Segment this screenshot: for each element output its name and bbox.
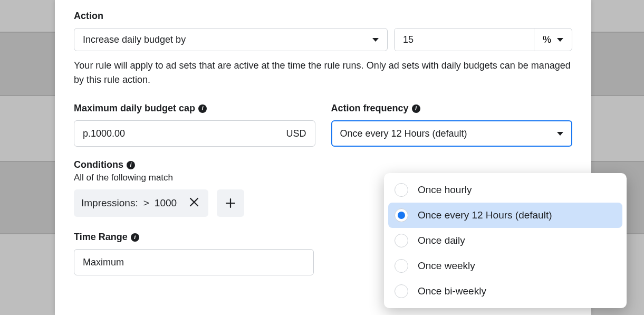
action-unit-select[interactable]: %: [534, 28, 572, 51]
info-icon[interactable]: i: [412, 104, 420, 113]
radio-icon: [395, 284, 408, 298]
budget-frequency-row: Maximum daily budget cap i USD Action fr…: [74, 103, 572, 147]
time-range-value: Maximum: [83, 257, 124, 268]
add-condition-button[interactable]: [217, 189, 244, 217]
frequency-option-label: Once weekly: [418, 260, 475, 272]
budget-cap-label-text: Maximum daily budget cap: [74, 103, 195, 114]
action-select[interactable]: Increase daily budget by: [74, 28, 388, 51]
frequency-option-label: Once bi-weekly: [418, 285, 486, 297]
info-icon[interactable]: i: [127, 161, 135, 169]
frequency-option-label: Once daily: [418, 235, 465, 246]
action-label: Action: [74, 11, 572, 22]
action-row: Increase daily budget by %: [74, 28, 572, 51]
radio-icon: [395, 259, 408, 273]
frequency-option-label: Once hourly: [418, 184, 472, 196]
time-range-label-text: Time Range: [74, 232, 128, 243]
action-frequency-value: Once every 12 Hours (default): [340, 128, 467, 139]
budget-cap-col: Maximum daily budget cap i USD: [74, 103, 315, 147]
time-range-select[interactable]: Maximum: [74, 249, 314, 275]
action-description: Your rule will apply to ad sets that are…: [74, 59, 572, 87]
action-frequency-label-text: Action frequency: [331, 103, 409, 114]
action-frequency-col: Action frequency i Once every 12 Hours (…: [331, 103, 573, 147]
chevron-down-icon: [557, 38, 563, 42]
action-amount-combo: %: [394, 28, 572, 51]
radio-icon: [395, 234, 408, 247]
action-frequency-label: Action frequency i: [331, 103, 573, 114]
budget-cap-label: Maximum daily budget cap i: [74, 103, 315, 114]
frequency-option-label: Once every 12 Hours (default): [418, 209, 552, 221]
close-icon[interactable]: [187, 195, 201, 211]
frequency-option[interactable]: Once weekly: [388, 253, 622, 279]
conditions-label: Conditions i: [74, 159, 572, 170]
condition-chip[interactable]: Impressions: > 1000: [74, 189, 208, 217]
chevron-down-icon: [372, 38, 379, 42]
budget-cap-input[interactable]: [83, 128, 282, 139]
frequency-option[interactable]: Once bi-weekly: [388, 279, 622, 304]
conditions-label-text: Conditions: [74, 159, 123, 170]
action-frequency-menu: Once hourlyOnce every 12 Hours (default)…: [384, 173, 627, 308]
condition-metric: Impressions:: [81, 197, 138, 209]
action-amount-input[interactable]: [395, 28, 534, 51]
action-label-text: Action: [74, 11, 103, 22]
info-icon[interactable]: i: [198, 104, 207, 113]
budget-cap-currency: USD: [286, 128, 306, 139]
action-frequency-select[interactable]: Once every 12 Hours (default): [331, 120, 573, 147]
action-select-value: Increase daily budget by: [83, 34, 186, 45]
rule-panel: Action Increase daily budget by % Your r…: [55, 0, 591, 315]
frequency-option[interactable]: Once daily: [388, 228, 622, 253]
radio-icon: [395, 208, 408, 222]
frequency-option[interactable]: Once every 12 Hours (default): [388, 203, 622, 228]
action-unit-value: %: [543, 34, 551, 45]
condition-value: 1000: [155, 197, 177, 209]
budget-cap-input-wrap[interactable]: USD: [74, 120, 315, 147]
radio-icon: [395, 183, 408, 197]
condition-op: >: [143, 197, 149, 209]
chevron-down-icon: [557, 132, 563, 136]
info-icon[interactable]: i: [131, 233, 139, 242]
frequency-option[interactable]: Once hourly: [388, 177, 622, 203]
